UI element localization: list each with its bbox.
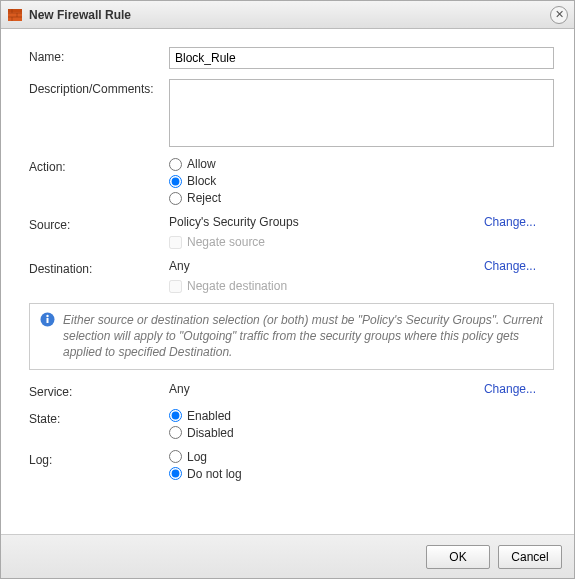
ok-button[interactable]: OK [426,545,490,569]
action-allow[interactable]: Allow [169,157,221,171]
source-label: Source: [29,215,169,232]
log-off[interactable]: Do not log [169,467,242,481]
negate-source: Negate source [169,235,265,249]
state-disabled[interactable]: Disabled [169,426,234,440]
action-block-label: Block [187,174,216,188]
dialog-body: Name: Description/Comments: Action: Allo… [1,29,574,534]
state-disabled-radio[interactable] [169,426,182,439]
action-reject-label: Reject [187,191,221,205]
action-allow-label: Allow [187,157,216,171]
action-label: Action: [29,157,169,174]
firewall-icon [7,7,23,23]
name-label: Name: [29,47,169,64]
info-icon [40,312,55,327]
action-radio-group: Allow Block Reject [169,157,221,205]
negate-source-label: Negate source [187,235,265,249]
dialog-title: New Firewall Rule [29,8,544,22]
svg-point-8 [46,315,48,317]
destination-change-link[interactable]: Change... [484,259,536,273]
dialog-footer: OK Cancel [1,534,574,578]
log-on-label: Log [187,450,207,464]
negate-source-checkbox [169,236,182,249]
negate-destination-label: Negate destination [187,279,287,293]
negate-destination: Negate destination [169,279,287,293]
state-enabled-label: Enabled [187,409,231,423]
service-value: Any [169,382,484,396]
log-off-label: Do not log [187,467,242,481]
action-reject[interactable]: Reject [169,191,221,205]
name-input[interactable] [169,47,554,69]
service-label: Service: [29,382,169,399]
source-change-link[interactable]: Change... [484,215,536,229]
info-text: Either source or destination selection (… [63,312,543,361]
action-reject-radio[interactable] [169,192,182,205]
state-enabled-radio[interactable] [169,409,182,422]
destination-label: Destination: [29,259,169,276]
close-icon: ✕ [555,9,564,20]
log-on[interactable]: Log [169,450,242,464]
firewall-rule-dialog: New Firewall Rule ✕ Name: Description/Co… [0,0,575,579]
description-textarea[interactable] [169,79,554,147]
cancel-button[interactable]: Cancel [498,545,562,569]
state-disabled-label: Disabled [187,426,234,440]
svg-rect-9 [47,318,49,323]
log-on-radio[interactable] [169,450,182,463]
state-enabled[interactable]: Enabled [169,409,234,423]
svg-rect-1 [8,9,22,12]
log-radio-group: Log Do not log [169,450,242,481]
log-label: Log: [29,450,169,467]
action-block-radio[interactable] [169,175,182,188]
source-value: Policy's Security Groups [169,215,484,229]
log-off-radio[interactable] [169,467,182,480]
action-allow-radio[interactable] [169,158,182,171]
close-button[interactable]: ✕ [550,6,568,24]
destination-value: Any [169,259,484,273]
titlebar: New Firewall Rule ✕ [1,1,574,29]
state-label: State: [29,409,169,426]
negate-destination-checkbox [169,280,182,293]
service-change-link[interactable]: Change... [484,382,536,396]
state-radio-group: Enabled Disabled [169,409,234,440]
info-box: Either source or destination selection (… [29,303,554,370]
action-block[interactable]: Block [169,174,221,188]
description-label: Description/Comments: [29,79,169,96]
